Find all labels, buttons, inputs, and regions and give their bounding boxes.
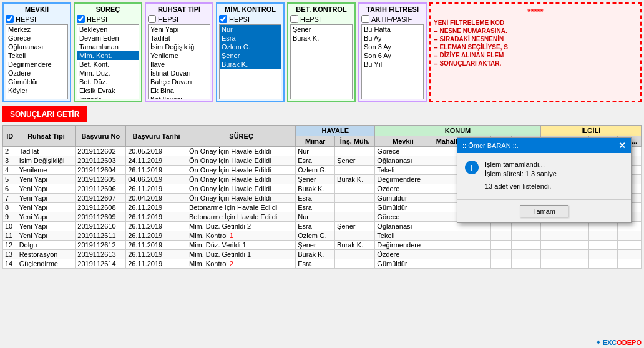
list-item[interactable]: İmzada — [77, 95, 139, 99]
mimkontrol-checkall-row[interactable]: HEPSİ — [219, 15, 281, 23]
surec-listbox[interactable]: Bekleyen Devam Eden Tamamlanan Mim. Kont… — [77, 24, 139, 99]
betkontrol-panel: BET. KONTROL HEPSİ Şener Burak K. — [287, 2, 356, 102]
list-item[interactable]: Bet. Düz. — [77, 77, 139, 86]
table-row[interactable]: 12Dolgu201911261226.11.2019Mim. Düz. Ver… — [3, 241, 642, 250]
list-item[interactable]: Gümüldür — [6, 77, 67, 86]
table-cell: İsim Değişikliği — [17, 156, 76, 166]
list-item[interactable]: Tekeli — [6, 51, 67, 60]
ruhsat-checkall-label: HEPSİ — [158, 16, 178, 23]
list-item[interactable]: Bu Hafta — [362, 25, 423, 34]
table-cell: 2019112612 — [76, 241, 126, 250]
table-cell — [466, 231, 491, 241]
list-item[interactable]: Burak K. — [220, 60, 281, 69]
surec-checkall-row[interactable]: HEPSİ — [77, 15, 139, 23]
betkontrol-checkall-row[interactable]: HEPSİ — [290, 15, 353, 23]
table-cell: 26.11.2019 — [126, 166, 187, 175]
list-item[interactable]: Bu Ay — [362, 34, 423, 42]
table-cell — [335, 166, 375, 175]
list-item[interactable]: Kat İlavesi — [149, 95, 210, 99]
table-cell: 2019112608 — [76, 203, 126, 212]
list-item[interactable]: Şener — [291, 25, 352, 34]
list-item[interactable]: Şener — [220, 51, 281, 60]
betkontrol-checkall-label: HEPSİ — [300, 16, 321, 23]
ruhsat-checkall-row[interactable]: HEPSİ — [148, 15, 210, 23]
col-id: ID — [3, 126, 17, 147]
table-row[interactable]: 11Yeni Yapı201911261126.11.2019Mim. Kont… — [3, 231, 642, 241]
table-cell: 2019112610 — [76, 222, 126, 231]
list-item[interactable]: Bet. Kont. — [77, 60, 139, 69]
table-cell: 24.11.2019 — [126, 156, 187, 166]
table-row[interactable]: 14Güçlendirme201911261426.11.2019Mim. Ko… — [3, 259, 642, 269]
tarihfiltre-checkall-label: AKTİF/PASİF — [371, 16, 412, 23]
table-cell — [490, 231, 511, 241]
betkontrol-title: BET. KONTROL — [290, 6, 353, 13]
list-item[interactable]: Son 6 Ay — [362, 51, 423, 60]
list-item[interactable]: Son 3 Ay — [362, 42, 423, 51]
table-cell — [511, 241, 540, 250]
list-item[interactable]: Ek Bina — [149, 86, 210, 95]
table-cell — [466, 259, 491, 269]
list-item[interactable]: Devam Eden — [77, 34, 139, 42]
mevkii-listbox[interactable]: Merkez Görece Oğlananası Tekeli Değirmen… — [6, 24, 68, 99]
list-item[interactable]: İlave — [149, 60, 210, 69]
betkontrol-checkall-checkbox[interactable] — [290, 15, 298, 23]
list-item[interactable]: Özlem G. — [220, 42, 281, 51]
list-item[interactable]: Değirmendere — [6, 60, 67, 69]
list-item[interactable]: Köyler — [6, 86, 67, 95]
ruhsat-checkall-checkbox[interactable] — [148, 15, 156, 23]
list-item[interactable]: Nur — [220, 25, 281, 34]
surec-checkall-checkbox[interactable] — [77, 15, 85, 23]
mevkii-checkall-row[interactable]: HEPSİ — [6, 15, 68, 23]
tarihfiltre-checkall-checkbox[interactable] — [361, 15, 369, 23]
list-item[interactable]: Eksik Evrak — [77, 86, 139, 95]
table-cell: Gümüldür — [375, 194, 431, 203]
tarihfiltre-listbox[interactable]: Bu Hafta Bu Ay Son 3 Ay Son 6 Ay Bu Yıl — [361, 24, 424, 99]
table-cell: Özlem G. — [296, 166, 335, 175]
table-cell: Yeni Yapı — [17, 212, 76, 222]
list-item[interactable]: Bu Yıl — [362, 60, 423, 69]
table-cell — [431, 250, 466, 259]
list-item[interactable]: Yeni Yapı — [149, 25, 210, 34]
tamam-button[interactable]: Tamam — [520, 205, 568, 217]
col-ilgili: İLGİLİ — [540, 126, 641, 136]
list-item[interactable]: Tadilat — [149, 34, 210, 42]
ruhsat-listbox[interactable]: Yeni Yapı Tadilat İsim Değişikliği Yenil… — [148, 24, 210, 99]
info-line-5: -- DİZİYE ALINAN ELEM — [434, 52, 637, 59]
table-cell: Şener — [296, 241, 335, 250]
list-item[interactable]: Bahçe Duvarı — [149, 77, 210, 86]
mimkontrol-listbox[interactable]: Nur Esra Özlem G. Şener Burak K. — [219, 24, 281, 99]
sonuclari-getir-button[interactable]: SONUÇLARI GETİR — [2, 106, 87, 122]
table-cell: Betonarme İçin Havale Edildi — [187, 203, 295, 212]
tarihfiltre-checkall-row[interactable]: AKTİF/PASİF — [361, 15, 424, 23]
table-cell: Burak K. — [335, 175, 375, 184]
table-cell: 26.11.2019 — [126, 222, 187, 231]
table-cell: 26.11.2019 — [126, 259, 187, 269]
list-item[interactable]: Özdere — [6, 69, 67, 77]
table-cell: 11 — [3, 231, 17, 241]
table-cell — [540, 231, 588, 241]
list-item[interactable]: Yenileme — [149, 51, 210, 60]
list-item[interactable]: Oğlananası — [6, 42, 67, 51]
ruhsat-title: RUHSAT TİPİ — [148, 6, 210, 13]
list-item[interactable]: Tamamlanan — [77, 42, 139, 51]
list-item[interactable]: Mim. Kont. — [77, 51, 139, 60]
list-item[interactable]: Merkez — [6, 25, 67, 34]
list-item[interactable]: Görece — [6, 34, 67, 42]
table-cell: Yeni Yapı — [17, 184, 76, 194]
modal-close-button[interactable]: ✕ — [618, 141, 626, 151]
table-row[interactable]: 13Restorasyon201911261326.11.2019Mim. Dü… — [3, 250, 642, 259]
list-item[interactable]: İsim Değişikliği — [149, 42, 210, 51]
col-no: Başvuru No — [76, 126, 126, 147]
list-item[interactable]: İstinat Duvarı — [149, 69, 210, 77]
list-item[interactable]: Mim. Düz. — [77, 69, 139, 77]
mimkontrol-checkall-checkbox[interactable] — [219, 15, 227, 23]
table-cell: Şener — [335, 222, 375, 231]
list-item[interactable]: Burak K. — [291, 34, 352, 42]
table-cell: Yeni Yapı — [17, 203, 76, 212]
mevkii-checkall-checkbox[interactable] — [6, 15, 14, 23]
list-item[interactable]: Bekleyen — [77, 25, 139, 34]
betkontrol-listbox[interactable]: Şener Burak K. — [290, 24, 353, 99]
list-item[interactable]: Esra — [220, 34, 281, 42]
surec-checkall-label: HEPSİ — [87, 16, 107, 23]
table-cell: Esra — [296, 156, 335, 166]
